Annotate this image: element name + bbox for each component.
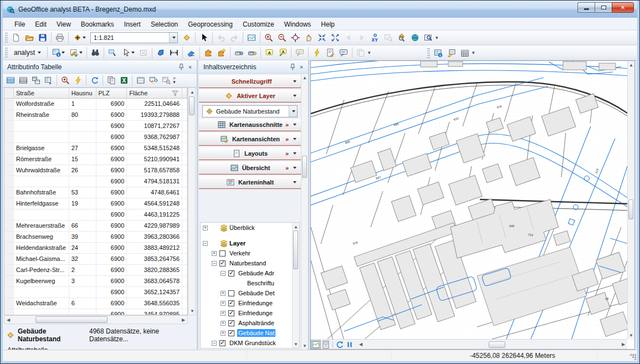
fixed-zoom-in-button[interactable] (315, 31, 329, 44)
row-selector[interactable] (4, 143, 14, 153)
scale-dropdown-button[interactable] (169, 33, 177, 43)
globe-button[interactable] (408, 31, 422, 44)
close-panel-icon[interactable]: × (186, 63, 194, 71)
row-selector[interactable] (4, 165, 14, 176)
switch-table-button[interactable] (29, 74, 42, 87)
menu-item[interactable]: Selection (146, 19, 183, 30)
row-selector[interactable] (4, 232, 14, 242)
analyst-menu-button[interactable]: analyst (9, 47, 45, 59)
scroll-right-arrow[interactable]: ▶ (619, 341, 627, 348)
table-row[interactable]: Carl-Pedenz-Str... 2 6900 3820,288365 (4, 265, 187, 276)
scroll-down-arrow[interactable]: ▼ (292, 340, 300, 348)
pin-icon[interactable] (177, 63, 186, 71)
menu-item[interactable]: Edit (30, 19, 52, 30)
accordion-section-header[interactable]: Karteninhalt (199, 176, 301, 189)
clear-selection-button[interactable] (137, 46, 150, 59)
tree-expander[interactable]: + (221, 321, 226, 326)
table-row[interactable]: Hinterfeldgasse 19 6900 4564,591248 (4, 198, 187, 209)
scale-combobox[interactable]: 1:1.821 (90, 32, 178, 43)
column-header-flaeche[interactable]: Fläche (127, 88, 182, 98)
flash-selected-button[interactable] (71, 74, 84, 87)
scroll-left-arrow[interactable]: ◀ (357, 341, 365, 348)
minimize-button[interactable] (577, 2, 595, 13)
table-vertical-scrollbar[interactable]: ▲ ▼ (188, 88, 196, 315)
column-header-hausnu[interactable]: Hausnu (69, 88, 96, 98)
table-row[interactable]: 6900 9368,762987 (4, 132, 187, 143)
layer-checkbox[interactable] (228, 320, 234, 326)
toolbar-grip[interactable] (5, 33, 8, 43)
toolbar-overflow-button[interactable]: ▾ (368, 51, 371, 55)
tree-item[interactable]: + Gebäude Nat (201, 328, 299, 338)
row-selector[interactable] (4, 110, 14, 120)
row-selector[interactable] (4, 254, 14, 264)
pan-button[interactable] (302, 31, 315, 44)
layout-view-button[interactable] (321, 340, 331, 349)
find-button[interactable] (89, 46, 102, 59)
map-canvas[interactable]: 488 490 433 416 687 695 711 318 123 56 (311, 61, 627, 339)
tree-item[interactable]: − DKM Grundstück (201, 338, 299, 348)
table-switch-button[interactable] (147, 74, 160, 87)
comment-button[interactable] (337, 46, 350, 59)
info-table-button[interactable]: i (49, 46, 67, 59)
table-blue-button[interactable] (4, 74, 17, 87)
magnifier-window-button[interactable] (382, 31, 395, 44)
tree-item[interactable]: − Layer (201, 238, 299, 248)
row-selector[interactable] (4, 287, 14, 298)
table-row[interactable]: Kugelbeerweg 3 6900 3683,064578 (4, 276, 187, 287)
callout-button[interactable] (293, 46, 306, 59)
tree-item[interactable]: − Gebäude Adr (201, 268, 299, 278)
menu-item[interactable]: Help (316, 19, 340, 30)
tree-item[interactable]: − Grundstücksr (201, 348, 299, 348)
layer-checkbox[interactable] (219, 260, 226, 266)
tree-item[interactable]: + Verkehr (201, 248, 299, 258)
accordion-section-header[interactable]: Schnellzugriff (199, 75, 301, 88)
row-selector[interactable] (4, 132, 14, 142)
print-button[interactable] (53, 31, 66, 44)
row-selector[interactable] (4, 154, 14, 165)
scroll-down-arrow[interactable]: ▼ (188, 307, 196, 315)
scroll-down-arrow[interactable]: ▼ (627, 331, 635, 339)
table-row[interactable]: 6900 3454,970895 (4, 309, 187, 315)
close-panel-icon[interactable]: × (297, 63, 306, 71)
measure-button[interactable] (167, 46, 181, 59)
zoom-in-button[interactable] (262, 31, 275, 44)
section-resize-grip[interactable]: ········· (199, 120, 301, 125)
row-selector[interactable] (4, 209, 14, 220)
select-tool-button[interactable] (197, 31, 211, 44)
table-row[interactable]: 6900 4794,518131 (4, 176, 187, 187)
scroll-up-arrow[interactable]: ▲ (292, 223, 300, 230)
table-row[interactable]: 6900 4463,191225 (4, 209, 187, 221)
layer-checkbox[interactable] (228, 300, 234, 306)
row-selector[interactable] (4, 121, 14, 131)
layer-checkbox[interactable] (228, 330, 234, 336)
redo-button[interactable] (228, 31, 241, 44)
add-data-button[interactable] (70, 31, 88, 44)
menu-item[interactable]: Customize (238, 19, 279, 30)
tree-item[interactable] (201, 233, 299, 238)
accordion-section-header[interactable]: Übersicht » (199, 161, 301, 175)
map-horizontal-scrollbar[interactable]: ◀ ▶ (357, 340, 627, 349)
tree-expander[interactable]: + (221, 291, 226, 296)
table-export-note-button[interactable] (445, 47, 458, 60)
layer-checkbox[interactable] (219, 340, 226, 346)
open-button[interactable] (23, 31, 36, 44)
pause-drawing-button[interactable] (345, 340, 355, 349)
excel-export-button[interactable]: X (117, 74, 130, 87)
eraser-button[interactable] (185, 46, 198, 59)
table-row[interactable]: 6900 3652,124357 (4, 287, 187, 298)
scrollbar-thumb[interactable] (189, 96, 194, 115)
measure-tape-button[interactable] (232, 46, 245, 59)
table-row[interactable]: Brachsenweg 39 6900 3963,280366 (4, 232, 187, 243)
table-export-button[interactable] (42, 74, 55, 87)
copy-pages-button[interactable] (354, 46, 367, 59)
tree-item[interactable]: − Naturbestand (201, 258, 299, 268)
layer-checkbox[interactable] (228, 310, 234, 316)
scroll-up-arrow[interactable]: ▲ (188, 88, 196, 96)
toolbar-overflow-button[interactable]: ▾ (436, 36, 438, 40)
tree-item[interactable]: + Einfriedunge (201, 298, 299, 308)
tree-expander[interactable]: − (203, 241, 208, 246)
tree-scrollbar[interactable]: ▲ ▼ (292, 223, 299, 348)
table-row[interactable]: Mehrerauerstraße 66 6900 4229,987989 (4, 221, 187, 232)
row-selector[interactable] (4, 187, 14, 198)
select-rectangle-button[interactable] (106, 46, 119, 59)
